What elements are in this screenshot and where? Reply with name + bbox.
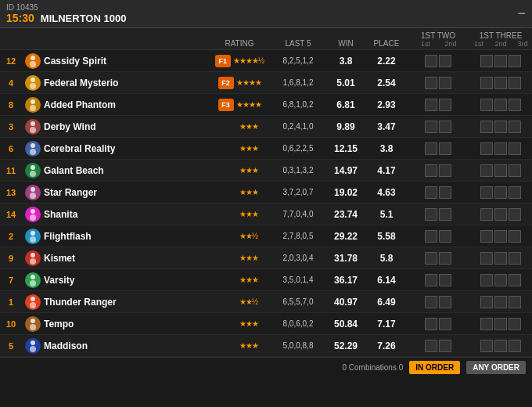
box-2[interactable] bbox=[494, 252, 507, 265]
box-1[interactable] bbox=[425, 186, 437, 199]
first-two-boxes[interactable] bbox=[407, 340, 469, 352]
horse-row[interactable]: 4 Federal Mysterio F2 ★★★★ 1,6,8,1,2 5.0… bbox=[0, 72, 532, 94]
box-1[interactable] bbox=[425, 252, 437, 265]
first-two-boxes[interactable] bbox=[407, 186, 469, 199]
horse-row[interactable]: 9 Kismet ★★★ 2,0,3,0,4 31.78 5.8 bbox=[0, 247, 532, 269]
box-3[interactable] bbox=[509, 296, 521, 308]
box-3[interactable] bbox=[509, 230, 521, 243]
first-two-boxes[interactable] bbox=[407, 296, 469, 308]
box-3[interactable] bbox=[509, 340, 521, 352]
box-2[interactable] bbox=[494, 274, 507, 286]
box-1[interactable] bbox=[425, 340, 437, 352]
box-1[interactable] bbox=[425, 99, 437, 111]
box-2[interactable] bbox=[439, 99, 451, 111]
box-3[interactable] bbox=[509, 208, 521, 221]
box-1[interactable] bbox=[480, 274, 493, 286]
box-1[interactable] bbox=[480, 208, 493, 221]
box-1[interactable] bbox=[480, 55, 493, 67]
first-two-boxes[interactable] bbox=[407, 77, 469, 89]
box-3[interactable] bbox=[509, 274, 521, 286]
box-2[interactable] bbox=[494, 318, 507, 330]
box-2[interactable] bbox=[439, 55, 451, 67]
first-two-boxes[interactable] bbox=[407, 208, 469, 221]
box-1[interactable] bbox=[425, 230, 437, 243]
box-2[interactable] bbox=[439, 340, 451, 352]
box-1[interactable] bbox=[480, 296, 493, 308]
in-order-button[interactable]: IN ORDER bbox=[409, 361, 460, 374]
box-2[interactable] bbox=[439, 252, 451, 265]
first-three-boxes[interactable] bbox=[469, 99, 532, 111]
box-3[interactable] bbox=[509, 121, 521, 133]
box-1[interactable] bbox=[425, 142, 437, 155]
horse-row[interactable]: 1 Thunder Ranger ★★½ 6,5,5,7,0 40.97 6.4… bbox=[0, 291, 532, 313]
horse-row[interactable]: 11 Galant Beach ★★★ 0,3,1,3,2 14.97 4.17 bbox=[0, 160, 532, 182]
first-three-boxes[interactable] bbox=[469, 274, 532, 286]
box-3[interactable] bbox=[509, 186, 521, 199]
horse-row[interactable]: 14 Shanita ★★★ 7,7,0,4,0 23.74 5.1 bbox=[0, 204, 532, 225]
horse-row[interactable]: 12 Cassidy Spirit F1 ★★★★½ 8,2,5,1,2 3.8… bbox=[0, 50, 532, 72]
horse-row[interactable]: 6 Cerebral Reality ★★★ 0,6,2,2,5 12.15 3… bbox=[0, 138, 532, 160]
first-two-boxes[interactable] bbox=[407, 274, 469, 286]
any-order-button[interactable]: ANY ORDER bbox=[466, 361, 526, 374]
box-3[interactable] bbox=[509, 164, 521, 177]
box-2[interactable] bbox=[439, 164, 451, 177]
box-2[interactable] bbox=[494, 340, 507, 352]
box-3[interactable] bbox=[509, 77, 521, 89]
horse-row[interactable]: 7 Varsity ★★★ 3,5,0,1,4 36.17 6.14 bbox=[0, 269, 532, 291]
first-two-boxes[interactable] bbox=[407, 142, 469, 155]
horse-row[interactable]: 2 Flightflash ★★½ 2,7,8,0,5 29.22 5.58 bbox=[0, 225, 532, 247]
box-2[interactable] bbox=[494, 142, 507, 155]
box-2[interactable] bbox=[439, 142, 451, 155]
box-3[interactable] bbox=[509, 99, 521, 111]
box-1[interactable] bbox=[480, 252, 493, 265]
horse-row[interactable]: 13 Star Ranger ★★★ 3,7,2,0,7 19.02 4.63 bbox=[0, 182, 532, 204]
box-1[interactable] bbox=[425, 208, 437, 221]
box-2[interactable] bbox=[494, 296, 507, 308]
first-two-boxes[interactable] bbox=[407, 230, 469, 243]
box-1[interactable] bbox=[480, 186, 493, 199]
first-three-boxes[interactable] bbox=[469, 77, 532, 89]
minimize-button[interactable]: − bbox=[517, 5, 526, 22]
first-three-boxes[interactable] bbox=[469, 230, 532, 243]
box-2[interactable] bbox=[494, 230, 507, 243]
first-three-boxes[interactable] bbox=[469, 252, 532, 265]
box-1[interactable] bbox=[425, 121, 437, 133]
box-1[interactable] bbox=[425, 274, 437, 286]
box-1[interactable] bbox=[480, 340, 493, 352]
horse-row[interactable]: 3 Derby Wind ★★★ 0,2,4,1,0 9.89 3.47 bbox=[0, 116, 532, 138]
box-2[interactable] bbox=[439, 230, 451, 243]
box-1[interactable] bbox=[480, 142, 493, 155]
box-2[interactable] bbox=[439, 296, 451, 308]
first-two-boxes[interactable] bbox=[407, 99, 469, 111]
first-two-boxes[interactable] bbox=[407, 164, 469, 177]
first-three-boxes[interactable] bbox=[469, 164, 532, 177]
box-2[interactable] bbox=[439, 121, 451, 133]
box-2[interactable] bbox=[439, 186, 451, 199]
box-1[interactable] bbox=[425, 296, 437, 308]
box-2[interactable] bbox=[439, 318, 451, 330]
box-1[interactable] bbox=[425, 318, 437, 330]
first-three-boxes[interactable] bbox=[469, 142, 532, 155]
box-3[interactable] bbox=[509, 252, 521, 265]
box-1[interactable] bbox=[425, 77, 437, 89]
box-1[interactable] bbox=[480, 318, 493, 330]
box-1[interactable] bbox=[425, 164, 437, 177]
box-2[interactable] bbox=[439, 77, 451, 89]
box-1[interactable] bbox=[480, 164, 493, 177]
first-three-boxes[interactable] bbox=[469, 318, 532, 330]
first-three-boxes[interactable] bbox=[469, 186, 532, 199]
box-2[interactable] bbox=[494, 186, 507, 199]
box-2[interactable] bbox=[494, 164, 507, 177]
first-two-boxes[interactable] bbox=[407, 318, 469, 330]
first-three-boxes[interactable] bbox=[469, 340, 532, 352]
box-2[interactable] bbox=[439, 208, 451, 221]
first-three-boxes[interactable] bbox=[469, 208, 532, 221]
box-1[interactable] bbox=[480, 99, 493, 111]
box-2[interactable] bbox=[494, 77, 507, 89]
first-three-boxes[interactable] bbox=[469, 296, 532, 308]
box-3[interactable] bbox=[509, 318, 521, 330]
box-2[interactable] bbox=[494, 99, 507, 111]
box-1[interactable] bbox=[480, 77, 493, 89]
box-1[interactable] bbox=[480, 230, 493, 243]
horse-row[interactable]: 10 Tempo ★★★ 8,0,6,0,2 50.84 7.17 bbox=[0, 313, 532, 335]
